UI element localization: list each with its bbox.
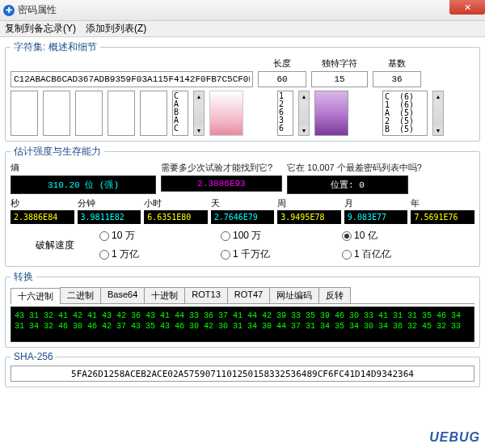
- unique-label: 独特字符: [322, 57, 357, 70]
- sha-legend: SHA-256: [11, 351, 57, 362]
- time-label-4: 周: [277, 197, 341, 209]
- preview-box-1: [11, 91, 38, 136]
- time-label-0: 秒: [11, 197, 74, 209]
- gradient-purple: [314, 91, 348, 136]
- time-grid: 秒2.3886E84分钟3.9811E82小时6.6351E80天2.7646E…: [11, 197, 474, 224]
- watermark: UEBUG: [429, 430, 480, 445]
- hex-output[interactable]: 43 31 32 41 42 41 43 42 36 43 41 44 33 3…: [11, 306, 474, 342]
- tab-7[interactable]: 反转: [318, 287, 351, 303]
- inlist-label: 它在 10,007 个最差密码列表中吗?: [287, 162, 422, 174]
- time-value-4: 3.9495E78: [277, 210, 341, 224]
- transform-legend: 转换: [11, 270, 36, 284]
- length-label: 长度: [273, 57, 291, 70]
- length-field[interactable]: [258, 71, 306, 87]
- gradient-pink: [209, 91, 243, 136]
- sha-value[interactable]: [11, 366, 474, 382]
- menubar: 复制到备忘录(Y) 添加到列表(Z): [0, 21, 485, 37]
- scrollbar-c[interactable]: ▲▼: [432, 91, 444, 136]
- preview-box-5: [140, 91, 167, 136]
- time-value-2: 6.6351E80: [144, 210, 208, 224]
- time-value-1: 3.9811E82: [78, 210, 141, 224]
- window-title: 密码属性: [18, 3, 57, 17]
- preview-box-3: [75, 91, 103, 136]
- estimate-legend: 估计强度与生存能力: [11, 145, 104, 158]
- base-field[interactable]: [373, 71, 421, 87]
- base-label: 基数: [388, 57, 406, 70]
- tab-3[interactable]: 十进制: [144, 287, 185, 303]
- tab-5[interactable]: ROT47: [227, 287, 270, 303]
- time-value-0: 2.3886E84: [11, 210, 74, 224]
- time-label-3: 天: [211, 197, 275, 209]
- tab-4[interactable]: ROT13: [184, 287, 227, 303]
- char-list-b[interactable]: 1 2 6 3 6: [277, 91, 293, 136]
- inlist-value: 位置: 0: [287, 175, 408, 194]
- time-value-6: 7.5691E76: [411, 210, 474, 224]
- charset-group: 字符集: 概述和细节 长度 独特字符 基数 C A B A C ▲▼ 1 2 6…: [5, 40, 480, 142]
- app-icon: ✚: [3, 5, 15, 16]
- crack-radio-0[interactable]: 10 万: [99, 229, 221, 243]
- crack-radio-3[interactable]: 1 万亿: [99, 247, 221, 261]
- estimate-group: 估计强度与生存能力 熵 310.20 位 (强) 需要多少次试验才能找到它? 2…: [5, 145, 480, 267]
- time-label-5: 月: [344, 197, 408, 209]
- tab-1[interactable]: 二进制: [60, 287, 101, 303]
- menu-copy[interactable]: 复制到备忘录(Y): [5, 22, 76, 36]
- scrollbar-a[interactable]: ▲▼: [193, 91, 205, 136]
- titlebar: ✚ 密码属性 ✕: [0, 0, 485, 21]
- transform-group: 转换 十六进制二进制Base64十进制ROT13ROT47网址编码反转 43 3…: [5, 270, 480, 348]
- charset-legend: 字符集: 概述和细节: [11, 40, 100, 54]
- transform-tabs: 十六进制二进制Base64十进制ROT13ROT47网址编码反转: [11, 287, 474, 304]
- crack-speed-radios: 10 万100 万10 亿1 万亿1 千万亿1 百亿亿: [99, 229, 463, 261]
- time-label-1: 分钟: [78, 197, 141, 209]
- preview-box-2: [43, 91, 70, 136]
- crack-radio-4[interactable]: 1 千万亿: [221, 247, 342, 261]
- unique-field[interactable]: [311, 71, 368, 87]
- preview-box-4: [108, 91, 135, 136]
- time-label-6: 年: [411, 197, 474, 209]
- tab-6[interactable]: 网址编码: [269, 287, 319, 303]
- entropy-value: 310.20 位 (强): [11, 175, 156, 194]
- entropy-label: 熵: [11, 162, 156, 174]
- crack-radio-1[interactable]: 100 万: [221, 229, 342, 243]
- crack-radio-2[interactable]: 10 亿: [342, 229, 463, 243]
- crack-speed-label: 破解速度: [11, 239, 99, 252]
- menu-add[interactable]: 添加到列表(Z): [86, 22, 146, 36]
- crack-radio-5[interactable]: 1 百亿亿: [342, 247, 463, 261]
- time-value-5: 9.083E77: [344, 210, 408, 224]
- char-pair-list[interactable]: C (6) 1 (6) A (5) 2 (5) B (5): [382, 91, 428, 136]
- time-label-2: 小时: [144, 197, 208, 209]
- close-button[interactable]: ✕: [449, 0, 485, 15]
- char-list-a[interactable]: C A B A C: [172, 91, 188, 136]
- trials-label: 需要多少次试验才能找到它?: [161, 162, 282, 174]
- time-value-3: 2.7646E79: [211, 210, 275, 224]
- scrollbar-b[interactable]: ▲▼: [298, 91, 310, 136]
- tab-2[interactable]: Base64: [100, 287, 145, 303]
- sha-group: SHA-256: [5, 351, 480, 387]
- trials-value: 2.3886E93: [161, 175, 282, 192]
- hash-input[interactable]: [11, 71, 253, 87]
- tab-0[interactable]: 十六进制: [11, 288, 61, 304]
